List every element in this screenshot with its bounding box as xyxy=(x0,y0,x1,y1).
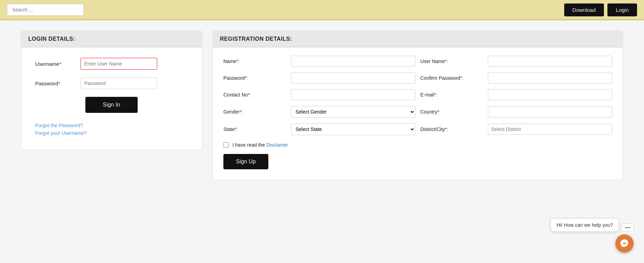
reg-email-label: E-mail*: xyxy=(420,92,483,98)
reg-confirm-password-label: Confirm Password*: xyxy=(420,75,483,81)
chat-widget: Hi! How can we help you? — xyxy=(551,218,634,253)
reg-confirm-password-input[interactable] xyxy=(488,72,612,84)
signup-button[interactable]: Sign Up xyxy=(223,154,268,169)
password-input[interactable] xyxy=(80,77,157,89)
username-label: Username* xyxy=(35,61,80,67)
password-row: Password* xyxy=(35,77,188,89)
registration-panel-title: REGISTRATION DETAILS: xyxy=(213,31,623,47)
registration-grid: Name*: User Name*: Password*: Confirm Pa… xyxy=(223,56,612,135)
reg-contact-input[interactable] xyxy=(291,89,415,100)
login-button[interactable]: Login xyxy=(607,3,637,16)
disclaimer-row: I have read the Disclamer xyxy=(223,142,612,148)
chat-close-button[interactable]: — xyxy=(622,223,634,232)
reg-gender-label: Gender*: xyxy=(223,109,286,115)
reg-name-input[interactable] xyxy=(291,56,415,67)
registration-panel: REGISTRATION DETAILS: Name*: User Name*:… xyxy=(213,31,623,180)
search-container xyxy=(7,4,84,16)
reg-name-label: Name*: xyxy=(223,59,286,64)
reg-password-label: Password*: xyxy=(223,75,286,81)
chat-messenger-icon[interactable] xyxy=(615,234,634,253)
login-panel-title: LOGIN DETAILS: xyxy=(21,31,202,47)
signin-button[interactable]: Sign In xyxy=(85,97,138,113)
reg-country-input[interactable]: India xyxy=(488,106,612,117)
reg-username-input[interactable] xyxy=(488,56,612,67)
reg-contact-label: Contact No*: xyxy=(223,92,286,98)
password-label: Password* xyxy=(35,80,80,86)
disclaimer-checkbox[interactable] xyxy=(223,142,229,148)
reg-username-label: User Name*: xyxy=(420,59,483,64)
reg-district-input[interactable] xyxy=(488,124,612,135)
main-content: LOGIN DETAILS: Username* Password* Sign … xyxy=(0,20,644,191)
search-input[interactable] xyxy=(7,4,84,16)
signin-row: Sign In xyxy=(35,97,188,113)
download-button[interactable]: Download xyxy=(564,3,604,16)
login-body: Username* Password* Sign In Forgot the P… xyxy=(21,47,202,150)
reg-password-input[interactable] xyxy=(291,72,415,84)
registration-body: Name*: User Name*: Password*: Confirm Pa… xyxy=(213,47,623,180)
forgot-username-link[interactable]: Forgot your Username? xyxy=(35,130,188,136)
reg-country-label: Country*: xyxy=(420,109,483,115)
username-input[interactable] xyxy=(80,58,157,70)
forgot-password-link[interactable]: Forgot the Password? xyxy=(35,123,188,128)
page-header: Download Login xyxy=(0,0,644,20)
reg-email-input[interactable] xyxy=(488,89,612,100)
username-row: Username* xyxy=(35,58,188,70)
reg-state-select[interactable]: Select State xyxy=(291,123,415,135)
disclaimer-text: I have read the Disclamer xyxy=(232,142,288,148)
header-actions: Download Login xyxy=(564,3,637,16)
chat-message: Hi! How can we help you? xyxy=(551,218,619,232)
disclaimer-link[interactable]: Disclamer xyxy=(266,142,288,148)
reg-district-label: District/City*: xyxy=(420,126,483,132)
reg-state-label: State*: xyxy=(223,126,286,132)
login-panel: LOGIN DETAILS: Username* Password* Sign … xyxy=(21,31,202,150)
forgot-links: Forgot the Password? Forgot your Usernam… xyxy=(35,123,188,136)
reg-gender-select[interactable]: Select Gender Male Female Other xyxy=(291,106,415,118)
